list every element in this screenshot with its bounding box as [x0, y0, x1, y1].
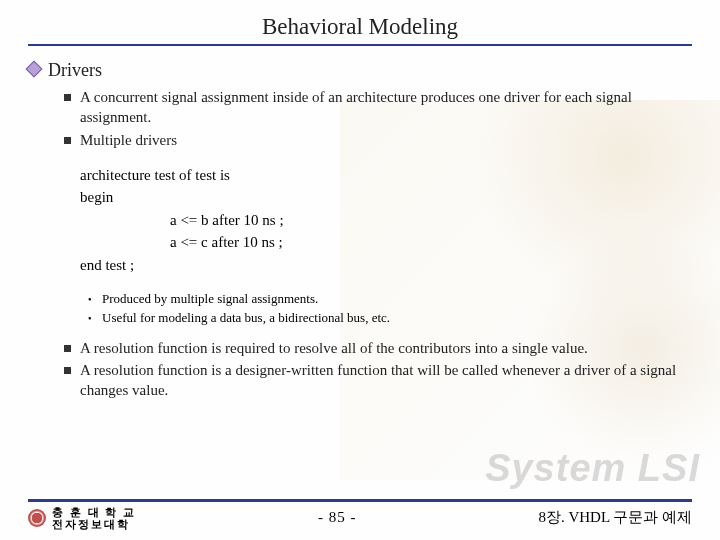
list-item: A resolution function is a designer-writ…: [64, 360, 692, 401]
code-line: end test ;: [80, 254, 692, 277]
page-number: - 85 -: [136, 509, 538, 526]
university-name: 충 훈 대 학 교: [52, 506, 136, 518]
sub-bullet-list: Produced by multiple signal assignments.…: [88, 290, 692, 328]
top-bullet-list: A concurrent signal assignment inside of…: [64, 87, 692, 150]
code-block: architecture test of test is begin a <= …: [80, 164, 692, 277]
university-text: 충 훈 대 학 교 전자정보대학: [52, 506, 136, 530]
list-item: Multiple drivers: [64, 130, 692, 150]
section-label: Drivers: [48, 60, 102, 80]
slide-footer: 충 훈 대 학 교 전자정보대학 - 85 - 8장. VHDL 구문과 예제: [0, 506, 720, 530]
code-line: a <= c after 10 ns ;: [80, 231, 692, 254]
code-line: architecture test of test is: [80, 164, 692, 187]
chapter-label: 8장. VHDL 구문과 예제: [538, 508, 692, 527]
code-line: begin: [80, 186, 692, 209]
diamond-bullet-icon: [26, 61, 43, 78]
list-item: A resolution function is required to res…: [64, 338, 692, 358]
code-line: a <= b after 10 ns ;: [80, 209, 692, 232]
slide-content: Behavioral Modeling Drivers A concurrent…: [0, 0, 720, 401]
watermark-text: System LSI: [485, 447, 700, 490]
slide-title: Behavioral Modeling: [28, 14, 692, 46]
list-item: Useful for modeling a data bus, a bidire…: [88, 309, 692, 328]
list-item: A concurrent signal assignment inside of…: [64, 87, 692, 128]
list-item: Produced by multiple signal assignments.: [88, 290, 692, 309]
footer-rule: [28, 499, 692, 502]
university-block: 충 훈 대 학 교 전자정보대학: [28, 506, 136, 530]
section-heading: Drivers: [28, 60, 692, 81]
department-name: 전자정보대학: [52, 518, 136, 530]
university-logo-icon: [28, 509, 46, 527]
bottom-bullet-list: A resolution function is required to res…: [64, 338, 692, 401]
